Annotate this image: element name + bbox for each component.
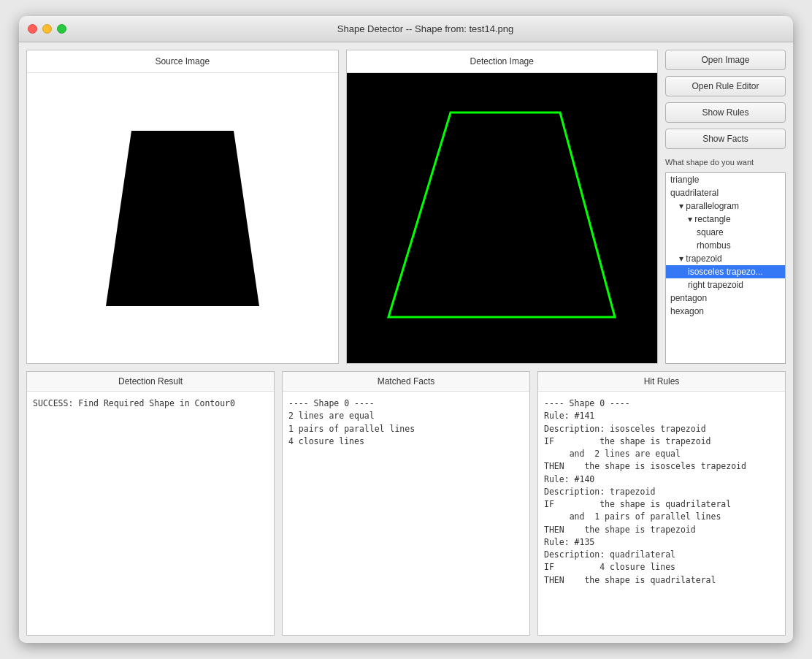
shape-list-item[interactable]: triangle <box>666 173 785 186</box>
controls-panel: Open Image Open Rule Editor Show Rules S… <box>665 50 786 364</box>
open-image-button[interactable]: Open Image <box>665 50 786 70</box>
shape-list-item[interactable]: pentagon <box>666 292 785 305</box>
shape-list-container[interactable]: trianglequadrilateral▾ parallelogram▾ re… <box>665 172 786 364</box>
matched-facts-content: ---- Shape 0 ---- 2 lines are equal 1 pa… <box>283 392 529 635</box>
source-image-canvas <box>27 73 338 363</box>
source-image-title: Source Image <box>27 50 338 73</box>
detection-result-panel: Detection Result SUCCESS: Find Required … <box>26 371 275 636</box>
hit-rules-panel: Hit Rules ---- Shape 0 ---- Rule: #141 D… <box>537 371 786 636</box>
svg-marker-1 <box>388 113 615 317</box>
matched-facts-title: Matched Facts <box>283 372 529 392</box>
traffic-lights <box>28 24 66 34</box>
hit-rules-title: Hit Rules <box>538 372 785 392</box>
shape-label: What shape do you want <box>665 158 786 167</box>
open-rule-editor-button[interactable]: Open Rule Editor <box>665 76 786 96</box>
shape-list-item[interactable]: ▾ parallelogram <box>666 199 785 213</box>
shape-list-item[interactable]: hexagon <box>666 305 785 318</box>
detection-result-title: Detection Result <box>27 372 274 392</box>
source-image-panel: Source Image <box>26 50 339 364</box>
detection-trapezoid-svg <box>367 91 637 346</box>
shape-list: trianglequadrilateral▾ parallelogram▾ re… <box>666 173 785 318</box>
detection-result-content: SUCCESS: Find Required Shape in Contour0 <box>27 392 274 635</box>
svg-marker-0 <box>106 131 259 306</box>
window-title: Shape Detector -- Shape from: test14.png <box>66 23 784 34</box>
shape-list-item[interactable]: right trapezoid <box>666 278 785 292</box>
shape-list-item[interactable]: quadrilateral <box>666 186 785 199</box>
maximize-button[interactable] <box>57 24 66 34</box>
titlebar: Shape Detector -- Shape from: test14.png <box>19 16 793 42</box>
show-rules-button[interactable]: Show Rules <box>665 102 786 123</box>
detection-image-panel: Detection Image <box>346 50 659 364</box>
top-section: Source Image Detection Image Open <box>26 50 786 364</box>
shape-list-item[interactable]: ▾ trapezoid <box>666 252 785 265</box>
matched-facts-panel: Matched Facts ---- Shape 0 ---- 2 lines … <box>282 371 530 636</box>
minimize-button[interactable] <box>42 24 52 34</box>
main-content: Source Image Detection Image Open <box>19 42 793 643</box>
main-window: Shape Detector -- Shape from: test14.png… <box>19 16 793 643</box>
shape-list-item[interactable]: ▾ rectangle <box>666 213 785 226</box>
source-trapezoid-svg <box>91 109 274 328</box>
close-button[interactable] <box>28 24 37 34</box>
show-facts-button[interactable]: Show Facts <box>665 129 786 149</box>
detection-image-title: Detection Image <box>347 50 658 73</box>
hit-rules-content: ---- Shape 0 ---- Rule: #141 Description… <box>538 392 785 635</box>
shape-list-item[interactable]: isosceles trapezo... <box>666 265 785 278</box>
bottom-section: Detection Result SUCCESS: Find Required … <box>26 371 786 636</box>
shape-list-item[interactable]: square <box>666 226 785 239</box>
shape-list-item[interactable]: rhombus <box>666 239 785 252</box>
detection-image-canvas <box>347 73 658 363</box>
